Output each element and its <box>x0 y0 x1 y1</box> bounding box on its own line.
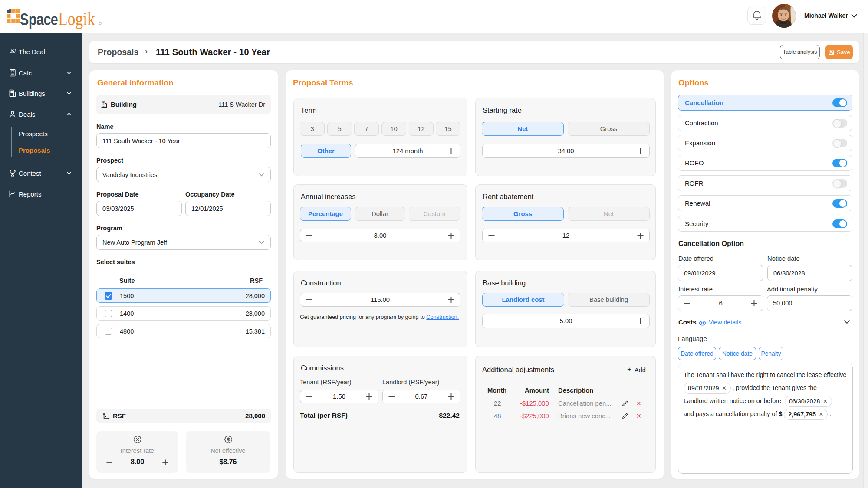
svg-text:Space: Space <box>20 10 58 29</box>
svg-text:Logik: Logik <box>58 8 95 29</box>
